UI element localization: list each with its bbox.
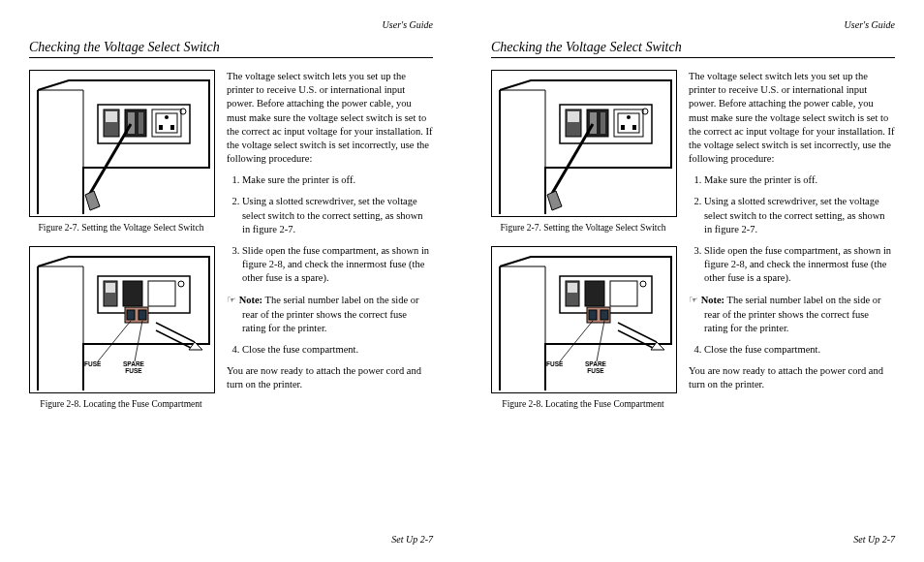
svg-rect-22 [148, 281, 175, 306]
steps-list: Make sure the printer is off. Using a sl… [227, 173, 433, 285]
fuse-label: FUSE [84, 361, 101, 368]
figure-2-7 [29, 70, 215, 217]
svg-line-60 [597, 321, 604, 361]
svg-line-27 [98, 321, 131, 361]
content-row: Figure 2-7. Setting the Voltage Select S… [491, 70, 895, 422]
spare-fuse-label: SPARE FUSE [123, 361, 144, 375]
figure-2-8: FUSE SPARE FUSE [491, 246, 677, 393]
step-4: Close the fuse compartment. [704, 343, 895, 357]
svg-rect-4 [106, 111, 117, 122]
page-left: User's Guide Checking the Voltage Select… [0, 0, 462, 562]
svg-rect-20 [106, 283, 115, 293]
step-3: Slide open the fuse compartment, as show… [242, 244, 433, 286]
note-icon: ☞ [689, 294, 698, 305]
step-3: Slide open the fuse compartment, as show… [704, 244, 895, 286]
svg-rect-57 [589, 310, 597, 320]
page-footer: Set Up 2-7 [29, 534, 433, 545]
step-1: Make sure the printer is off. [242, 173, 433, 187]
note-text: The serial number label on the side or r… [242, 295, 418, 332]
svg-rect-44 [632, 125, 636, 130]
svg-rect-38 [590, 112, 597, 134]
running-head: User's Guide [491, 19, 895, 30]
svg-point-42 [627, 115, 631, 119]
figure-2-8: FUSE SPARE FUSE [29, 246, 215, 393]
intro-paragraph: The voltage select switch lets you set u… [227, 70, 433, 166]
running-head: User's Guide [29, 19, 433, 30]
svg-line-61 [618, 323, 657, 342]
svg-rect-11 [159, 125, 163, 130]
svg-rect-54 [610, 281, 637, 306]
svg-line-30 [156, 330, 193, 349]
note: ☞ Note: The serial number label on the s… [689, 293, 895, 335]
svg-line-59 [560, 321, 593, 361]
svg-rect-53 [585, 281, 604, 306]
svg-rect-7 [139, 112, 143, 134]
note: ☞ Note: The serial number label on the s… [227, 293, 433, 335]
note-icon: ☞ [227, 294, 236, 305]
figures-column: Figure 2-7. Setting the Voltage Select S… [491, 70, 675, 422]
svg-rect-52 [568, 283, 577, 293]
steps-list-continued: Close the fuse compartment. [689, 343, 895, 357]
step-1: Make sure the printer is off. [704, 173, 895, 187]
step-2: Using a slotted screwdriver, set the vol… [704, 195, 895, 236]
closing-paragraph: You are now ready to attach the power co… [227, 364, 433, 391]
svg-rect-58 [601, 310, 608, 320]
svg-line-62 [618, 330, 655, 349]
svg-line-29 [156, 323, 195, 342]
svg-marker-15 [85, 191, 100, 210]
figure-2-7-caption: Figure 2-7. Setting the Voltage Select S… [29, 223, 213, 233]
closing-paragraph: You are now ready to attach the power co… [689, 364, 895, 391]
note-label: Note: [701, 295, 725, 305]
page-right: User's Guide Checking the Voltage Select… [462, 0, 924, 562]
svg-rect-43 [621, 125, 625, 130]
fuse-label: FUSE [546, 361, 563, 368]
figure-2-8-caption: Figure 2-8. Locating the Fuse Compartmen… [491, 399, 675, 409]
text-column: The voltage select switch lets you set u… [227, 70, 433, 422]
figure-2-7 [491, 70, 677, 217]
page-footer: Set Up 2-7 [491, 534, 895, 545]
note-label: Note: [239, 295, 263, 305]
svg-rect-39 [601, 112, 605, 134]
svg-rect-25 [127, 310, 135, 320]
svg-rect-21 [123, 281, 142, 306]
svg-rect-12 [170, 125, 174, 130]
figures-column: Figure 2-7. Setting the Voltage Select S… [29, 70, 213, 422]
svg-rect-6 [128, 112, 135, 134]
text-column: The voltage select switch lets you set u… [689, 70, 895, 422]
svg-point-23 [178, 281, 184, 287]
content-row: Figure 2-7. Setting the Voltage Select S… [29, 70, 433, 422]
spare-fuse-label: SPARE FUSE [585, 361, 606, 375]
svg-line-28 [135, 321, 142, 361]
svg-rect-26 [139, 310, 146, 320]
figure-2-7-caption: Figure 2-7. Setting the Voltage Select S… [491, 223, 675, 233]
svg-point-55 [640, 281, 646, 287]
page-spread: User's Guide Checking the Voltage Select… [0, 0, 924, 562]
step-4: Close the fuse compartment. [242, 343, 433, 357]
svg-rect-36 [568, 111, 579, 122]
steps-list: Make sure the printer is off. Using a sl… [689, 173, 895, 285]
svg-marker-47 [547, 191, 562, 210]
section-title: Checking the Voltage Select Switch [29, 40, 433, 58]
intro-paragraph: The voltage select switch lets you set u… [689, 70, 895, 166]
step-2: Using a slotted screwdriver, set the vol… [242, 195, 433, 236]
figure-2-8-caption: Figure 2-8. Locating the Fuse Compartmen… [29, 399, 213, 409]
svg-point-10 [165, 115, 169, 119]
note-text: The serial number label on the side or r… [704, 295, 880, 332]
steps-list-continued: Close the fuse compartment. [227, 343, 433, 357]
section-title: Checking the Voltage Select Switch [491, 40, 895, 58]
